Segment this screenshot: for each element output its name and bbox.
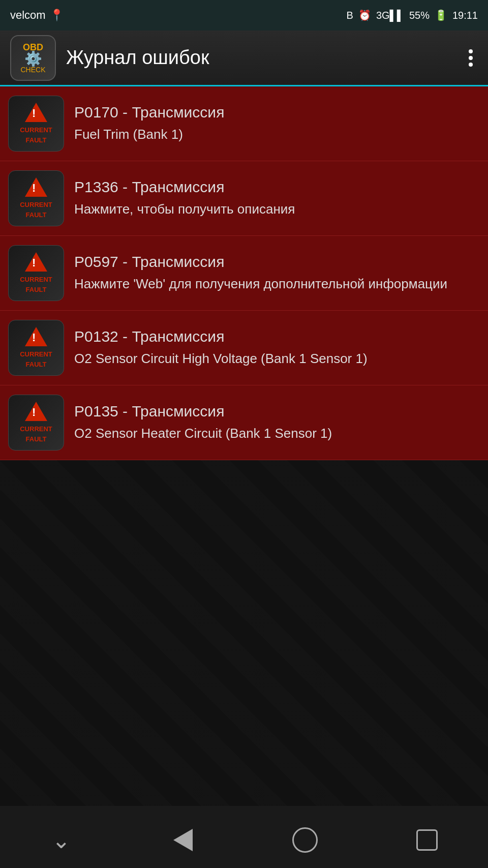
menu-button[interactable] (464, 44, 478, 72)
fault-item[interactable]: CURRENT FAULT P0597 - Трансмиссия Нажмит… (0, 236, 488, 311)
logo-check-text: CHECK (20, 66, 45, 73)
badge-line-1: CURRENT (20, 425, 52, 433)
menu-dot-3 (469, 63, 473, 67)
fault-description: O2 Sensor Circuit High Voltage (Bank 1 S… (74, 349, 480, 368)
fault-code: P1336 - Трансмиссия (74, 178, 480, 196)
app-logo: OBD ⚙️ CHECK (10, 35, 56, 81)
fault-info: P0132 - Трансмиссия O2 Sensor Circuit Hi… (74, 328, 480, 368)
fault-list: CURRENT FAULT P0170 - Трансмиссия Fuel T… (0, 86, 488, 460)
fault-info: P0135 - Трансмиссия O2 Sensor Heater Cir… (74, 403, 480, 442)
fault-description: O2 Sensor Heater Circuit (Bank 1 Sensor … (74, 424, 480, 442)
warning-icon (25, 103, 47, 122)
menu-dot-2 (469, 56, 473, 60)
fault-description: Нажмите, чтобы получить описания (74, 200, 480, 218)
time-text: 19:11 (452, 10, 478, 21)
menu-dot-1 (469, 49, 473, 53)
alarm-icon: ⏰ (358, 9, 371, 21)
nav-back-button[interactable] (163, 820, 203, 860)
status-bar: velcom 📍 B ⏰ 3G▌▌ 55% 🔋 19:11 (0, 0, 488, 31)
nav-recent-button[interactable] (407, 820, 447, 860)
battery-icon: 🔋 (435, 9, 447, 21)
warning-icon (25, 327, 47, 346)
fault-info: P0597 - Трансмиссия Нажмите 'Web' для по… (74, 253, 480, 293)
signal-icon: 3G▌▌ (376, 10, 404, 21)
recent-icon (416, 829, 438, 851)
fault-item[interactable]: CURRENT FAULT P1336 - Трансмиссия Нажмит… (0, 161, 488, 236)
fault-code: P0597 - Трансмиссия (74, 253, 480, 271)
badge-line-1: CURRENT (20, 276, 52, 284)
fault-info: P1336 - Трансмиссия Нажмите, чтобы получ… (74, 178, 480, 218)
fault-code: P0170 - Трансмиссия (74, 104, 480, 121)
fault-description: Fuel Trim (Bank 1) (74, 125, 480, 143)
home-icon (292, 827, 318, 853)
bluetooth-icon: B (347, 10, 353, 21)
badge-line-1: CURRENT (20, 126, 52, 134)
badge-line-1: CURRENT (20, 350, 52, 358)
logo-obd-text: OBD (23, 43, 43, 52)
fault-description: Нажмите 'Web' для получения дополнительн… (74, 275, 480, 293)
warning-icon (25, 252, 47, 272)
app-header: OBD ⚙️ CHECK Журнал ошибок (0, 31, 488, 86)
status-right: B ⏰ 3G▌▌ 55% 🔋 19:11 (347, 9, 478, 21)
fault-badge: CURRENT FAULT (8, 395, 64, 451)
fault-badge: CURRENT FAULT (8, 245, 64, 301)
badge-line-2: FAULT (26, 136, 47, 144)
badge-line-2: FAULT (26, 286, 47, 294)
app-title: Журнал ошибок (66, 47, 464, 69)
fault-badge: CURRENT FAULT (8, 96, 64, 152)
fault-item[interactable]: CURRENT FAULT P0135 - Трансмиссия O2 Sen… (0, 385, 488, 460)
fault-badge: CURRENT FAULT (8, 320, 64, 376)
badge-line-2: FAULT (26, 211, 47, 219)
fault-badge: CURRENT FAULT (8, 170, 64, 226)
badge-line-2: FAULT (26, 361, 47, 369)
nav-bar: ⌄ (0, 812, 488, 868)
back-icon (173, 829, 193, 851)
carrier-text: velcom (10, 9, 46, 22)
fault-info: P0170 - Трансмиссия Fuel Trim (Bank 1) (74, 104, 480, 143)
empty-area (0, 460, 488, 806)
chevron-down-icon: ⌄ (52, 827, 71, 853)
warning-icon (25, 402, 47, 421)
warning-icon (25, 177, 47, 197)
location-icon: 📍 (50, 9, 64, 22)
status-carrier: velcom 📍 (10, 9, 64, 22)
fault-code: P0135 - Трансмиссия (74, 403, 480, 420)
fault-item[interactable]: CURRENT FAULT P0132 - Трансмиссия O2 Sen… (0, 311, 488, 385)
logo-engine-icon: ⚙️ (24, 52, 42, 66)
fault-code: P0132 - Трансмиссия (74, 328, 480, 345)
battery-text: 55% (409, 10, 430, 21)
nav-down-button[interactable]: ⌄ (41, 820, 81, 860)
nav-home-button[interactable] (285, 820, 325, 860)
badge-line-2: FAULT (26, 435, 47, 443)
fault-item[interactable]: CURRENT FAULT P0170 - Трансмиссия Fuel T… (0, 86, 488, 161)
badge-line-1: CURRENT (20, 201, 52, 209)
